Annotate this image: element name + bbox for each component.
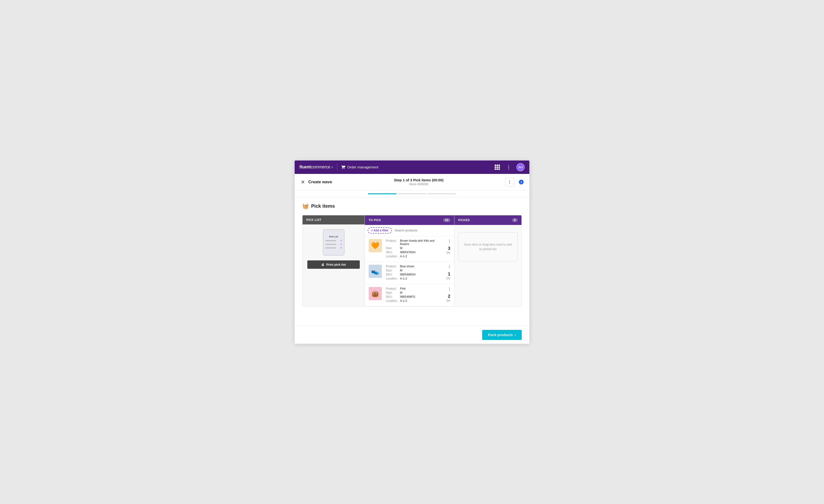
app-header: fluentcommerce≡ Order management ⋮ [295,161,529,174]
wizard-step-title: Step 1 of 3 Pick items (00:00) [394,178,444,182]
check-3: ✓ [340,246,342,249]
to-pick-scroll[interactable]: 🧡 Product: Brown Aveda skirt frills and … [365,236,454,306]
picked-count-badge: 0 [512,218,518,222]
three-dots-icon-2 [449,265,450,268]
product-card-1: 🧡 Product: Brown Aveda skirt frills and … [365,236,454,262]
add-filter-button[interactable]: + Add a filter [368,227,392,233]
picked-empty-text: Scan item or drag item card to add to pi… [464,243,512,251]
product-image-2: 👟 [369,265,382,278]
size-label-3: Size: [386,291,399,294]
to-pick-header-label: TO PICK [369,218,381,222]
product-qty-1: 3 Qty [446,246,450,255]
picked-column: PICKED 0 Scan item or drag item card to … [454,215,521,306]
pick-list-line-1: ✓ [325,239,342,242]
product-image-1: 🧡 [369,239,382,252]
check-2: ✓ [340,243,342,245]
pick-list-content: Pick List ✓ ✓ [303,224,365,274]
wizard-center: Step 1 of 3 Pick items (00:00) Wave #000… [394,178,444,186]
wizard-title: Create wave [308,180,332,185]
wizard-wave-label: Wave #000000 [394,183,444,186]
brand-name: fluentcommerce≡ [299,165,333,170]
pick-list-lines: ✓ ✓ ✓ [325,239,342,249]
product-label-3: Product: [386,287,399,290]
wizard-header-right: ⋮ 1 [505,178,524,186]
close-button[interactable]: ✕ [300,179,305,185]
product-menu-button-1[interactable] [449,239,450,243]
product-value-2: Blue shoes [400,265,414,268]
wizard-footer: Pack products › [295,326,529,344]
picked-header: PICKED 0 [454,215,521,225]
product-details-2: Product: Blue shoes Size: M SKU: 9865488… [386,265,443,281]
pick-list-header: PICK LIST [303,215,365,224]
qty-label-3: Qty [446,299,450,302]
chevron-right-icon: › [515,333,516,337]
pack-button-label: Pack products [488,333,513,337]
location-field-2: Location: A-1-2 [386,277,443,280]
qty-label-1: Qty [446,251,450,254]
product-menu-button-3[interactable] [449,287,450,291]
progress-section [295,190,529,197]
pick-list-line-2: ✓ [325,243,342,245]
more-dots-icon: ⋮ [506,164,511,170]
pick-list-line-3: ✓ [325,246,342,249]
print-button-label: Print pick list [326,263,346,266]
qty-value-2: 1 [448,272,450,277]
brand-light: commerce [311,165,330,169]
qty-label-2: Qty [446,277,450,280]
product-name-field-3: Product: Pink [386,287,443,290]
pick-list-column: PICK LIST Pick List ✓ ✓ [303,215,365,306]
size-label-1: Size: [386,246,399,250]
product-value-1: Brown Aveda skirt frills and flowers [400,239,443,246]
kebab-icon: ⋮ [507,179,512,185]
sku-label-2: SKU: [386,273,399,276]
header-left: fluentcommerce≡ Order management [299,164,379,171]
to-pick-column: TO PICK 15 + Add a filter 🧡 P [365,215,454,306]
picked-empty-box: Scan item or drag item card to add to pi… [458,232,518,262]
product-card-3: 👜 Product: Pink Size: M SKU: [365,284,454,306]
card-right-3: 2 Qty [446,287,450,302]
three-dots-icon-1 [449,239,450,243]
product-qty-2: 1 Qty [446,272,450,280]
search-products-input[interactable] [394,227,451,233]
grid-menu-button[interactable] [494,163,501,171]
wizard-header-left: ✕ Create wave [300,179,332,185]
card-right-1: 3 Qty [446,239,450,255]
location-field-3: Location: A-1-2 [386,299,443,303]
sku-value-2: 9865488GH [400,273,416,276]
nav-label[interactable]: Order management [347,165,379,169]
header-nav[interactable]: Order management [341,165,379,169]
size-field-2: Size: M [386,269,443,272]
product-menu-button-2[interactable] [449,265,450,269]
qty-value-1: 3 [448,246,450,251]
step-indicator: 1 [519,180,524,185]
page-header: 🧺 Pick items [302,203,522,209]
line-text-1 [325,240,336,241]
add-filter-label: + Add a filter [371,229,389,232]
product-label-1: Product: [386,239,399,246]
sku-field-3: SKU: 9865499FG [386,295,443,298]
line-text-3 [325,247,336,248]
wizard-kebab-button[interactable]: ⋮ [505,178,514,186]
location-label-1: Location: [386,255,399,258]
progress-step-1 [368,193,397,194]
pick-list-header-label: PICK LIST [306,218,321,222]
progress-step-3 [427,193,456,194]
product-card-2: 👟 Product: Blue shoes Size: M S [365,262,454,284]
user-avatar[interactable]: GJ [516,163,525,171]
to-pick-header: TO PICK 15 [365,215,454,225]
product-name-field-1: Product: Brown Aveda skirt frills and fl… [386,239,443,246]
columns-wrapper: PICK LIST Pick List ✓ ✓ [302,215,522,307]
cart-icon [341,165,345,169]
to-pick-count-badge: 15 [443,218,450,222]
header-right: ⋮ GJ [494,163,525,171]
basket-icon: 🧺 [302,203,309,209]
sku-value-3: 9865499FG [400,295,415,298]
printer-icon: 🖨 [321,263,324,266]
line-text-2 [325,244,336,245]
progress-step-2 [398,193,426,194]
more-options-button[interactable]: ⋮ [505,163,513,171]
size-value-1: M [400,246,402,250]
print-pick-list-button[interactable]: 🖨 Print pick list [307,261,360,269]
location-value-1: A-1-2 [400,255,407,258]
pack-products-button[interactable]: Pack products › [482,330,522,340]
